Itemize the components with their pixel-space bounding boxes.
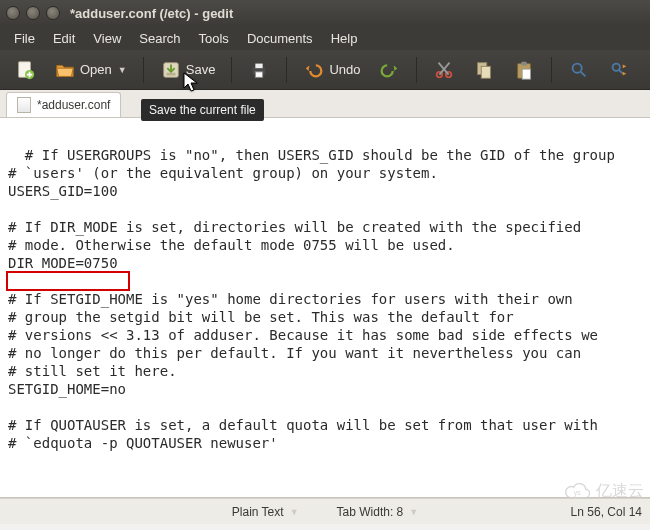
toolbar-separator xyxy=(551,57,552,83)
close-button[interactable] xyxy=(6,6,20,20)
chevron-down-icon: ▼ xyxy=(290,507,299,517)
editor-content: # If USERGROUPS is "no", then USERS_GID … xyxy=(8,147,615,451)
svg-rect-5 xyxy=(256,63,263,68)
maximize-button[interactable] xyxy=(46,6,60,20)
tab-label: *adduser.conf xyxy=(37,98,110,112)
undo-button[interactable]: Undo xyxy=(297,55,366,85)
toolbar-separator xyxy=(286,57,287,83)
svg-rect-3 xyxy=(166,72,175,75)
new-doc-icon xyxy=(14,59,36,81)
menu-file[interactable]: File xyxy=(6,28,43,49)
text-editor[interactable]: # If USERGROUPS is "no", then USERS_GID … xyxy=(0,118,650,498)
menu-tools[interactable]: Tools xyxy=(191,28,237,49)
find-replace-icon xyxy=(608,59,630,81)
undo-label: Undo xyxy=(329,62,360,77)
tabwidth-selector[interactable]: Tab Width: 8 ▼ xyxy=(330,502,426,522)
window-controls xyxy=(6,6,60,20)
open-label: Open xyxy=(80,62,112,77)
toolbar-separator xyxy=(143,57,144,83)
save-icon xyxy=(160,59,182,81)
cloud-icon: ys xyxy=(564,483,592,501)
menu-help[interactable]: Help xyxy=(323,28,366,49)
find-replace-button[interactable] xyxy=(602,55,636,85)
svg-rect-13 xyxy=(523,69,531,79)
tooltip-save: Save the current file xyxy=(141,99,264,121)
menu-search[interactable]: Search xyxy=(131,28,188,49)
menu-documents[interactable]: Documents xyxy=(239,28,321,49)
document-tab[interactable]: *adduser.conf xyxy=(6,92,121,117)
statusbar: Plain Text ▼ Tab Width: 8 ▼ Ln 56, Col 1… xyxy=(0,498,650,524)
watermark-text: 亿速云 xyxy=(596,481,644,502)
chevron-down-icon: ▼ xyxy=(409,507,418,517)
titlebar: *adduser.conf (/etc) - gedit xyxy=(0,0,650,26)
menubar: File Edit View Search Tools Documents He… xyxy=(0,26,650,50)
mouse-cursor xyxy=(183,72,199,94)
paste-icon xyxy=(513,59,535,81)
cursor-position: Ln 56, Col 14 xyxy=(571,505,642,519)
toolbar: Open ▼ Save Undo xyxy=(0,50,650,90)
cut-icon xyxy=(433,59,455,81)
svg-rect-10 xyxy=(482,66,491,78)
search-icon xyxy=(568,59,590,81)
svg-rect-6 xyxy=(256,71,263,77)
redo-icon xyxy=(378,59,400,81)
svg-rect-12 xyxy=(522,61,528,65)
copy-icon xyxy=(473,59,495,81)
document-icon xyxy=(17,97,31,113)
folder-open-icon xyxy=(54,59,76,81)
paste-button[interactable] xyxy=(507,55,541,85)
open-dropdown-caret[interactable]: ▼ xyxy=(118,65,127,75)
new-button[interactable] xyxy=(8,55,42,85)
undo-icon xyxy=(303,59,325,81)
minimize-button[interactable] xyxy=(26,6,40,20)
watermark: ys 亿速云 xyxy=(564,481,644,502)
svg-text:ys: ys xyxy=(574,488,582,496)
find-button[interactable] xyxy=(562,55,596,85)
print-button[interactable] xyxy=(242,55,276,85)
window-title: *adduser.conf (/etc) - gedit xyxy=(70,6,233,21)
svg-point-15 xyxy=(613,63,620,70)
redo-button[interactable] xyxy=(372,55,406,85)
menu-edit[interactable]: Edit xyxy=(45,28,83,49)
tabwidth-label: Tab Width: 8 xyxy=(337,505,404,519)
highlight-box xyxy=(6,271,130,291)
toolbar-separator xyxy=(416,57,417,83)
menu-view[interactable]: View xyxy=(85,28,129,49)
print-icon xyxy=(248,59,270,81)
tabbar: *adduser.conf xyxy=(0,90,650,118)
cut-button[interactable] xyxy=(427,55,461,85)
open-button[interactable]: Open ▼ xyxy=(48,55,133,85)
svg-point-14 xyxy=(573,63,582,72)
copy-button[interactable] xyxy=(467,55,501,85)
toolbar-separator xyxy=(231,57,232,83)
language-selector[interactable]: Plain Text ▼ xyxy=(225,502,306,522)
language-label: Plain Text xyxy=(232,505,284,519)
